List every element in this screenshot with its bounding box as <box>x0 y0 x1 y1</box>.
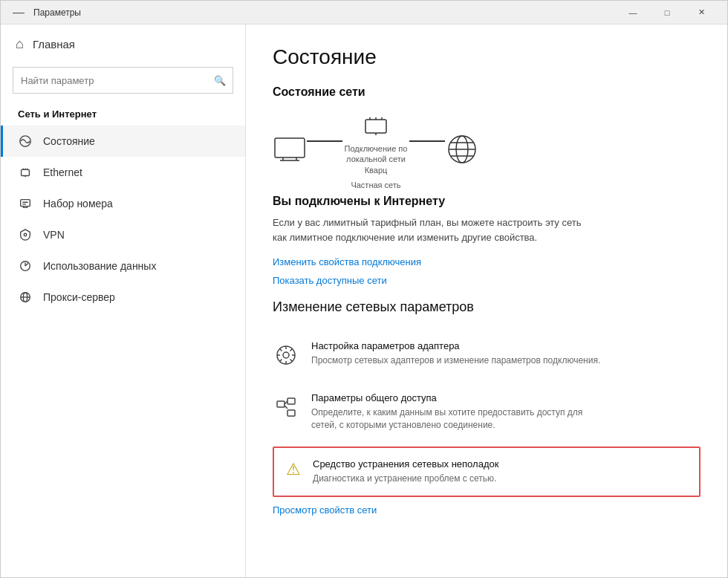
troubleshoot-box[interactable]: ⚠ Средство устранения сетевых неполадок … <box>273 447 701 497</box>
proxy-icon <box>18 290 33 304</box>
title-bar: — Параметры — □ ✕ <box>1 1 727 25</box>
nd-adapter-label: Подключение по локальной сети Кварц <box>342 143 409 175</box>
nd-internet <box>445 132 479 171</box>
sidebar-home[interactable]: ⌂ Главная <box>1 25 245 64</box>
nd-adapter: Подключение по локальной сети Кварц Част… <box>342 112 409 190</box>
vpn-icon <box>18 228 33 241</box>
window-title: Параметры <box>33 7 616 18</box>
network-diagram: Подключение по локальной сети Кварц Част… <box>273 112 701 190</box>
troubleshoot-desc: Диагностика и устранение проблем с сетью… <box>313 473 498 485</box>
sidebar-item-status[interactable]: Состояние <box>1 126 245 157</box>
sidebar-item-vpn-label: VPN <box>43 229 65 241</box>
svg-rect-2 <box>21 200 30 207</box>
connected-desc: Если у вас лимитный тарифный план, вы мо… <box>273 215 585 244</box>
content-area: ⌂ Главная 🔍 Сеть и Интернет Состояние <box>1 25 727 577</box>
search-icon: 🔍 <box>214 75 226 86</box>
nd-line-1 <box>307 140 342 142</box>
sidebar-item-ethernet[interactable]: Ethernet <box>1 157 245 188</box>
main-content: Состояние Состояние сети <box>246 25 727 577</box>
setting-sharing-desc: Определите, к каким данным вы хотите пре… <box>311 406 608 432</box>
sidebar-item-status-label: Состояние <box>43 135 95 147</box>
minimize-button[interactable]: — <box>616 1 650 25</box>
sidebar-item-dialup-label: Набор номера <box>43 198 113 210</box>
sharing-settings-icon <box>273 394 299 420</box>
nd-private-net-label: Частная сеть <box>351 180 400 190</box>
close-button[interactable]: ✕ <box>684 1 718 25</box>
sidebar-item-vpn[interactable]: VPN <box>1 219 245 250</box>
page-title: Состояние <box>273 45 701 69</box>
svg-rect-1 <box>22 169 30 175</box>
setting-adapter[interactable]: Настройка параметров адаптера Просмотр с… <box>273 328 701 380</box>
adapter-settings-icon <box>273 342 299 368</box>
sidebar-item-proxy[interactable]: Прокси-сервер <box>1 282 245 313</box>
link-properties[interactable]: Изменить свойства подключения <box>273 256 701 267</box>
troubleshoot-text: Средство устранения сетевых неполадок Ди… <box>313 458 498 485</box>
svg-rect-13 <box>277 401 285 407</box>
svg-rect-8 <box>365 120 386 133</box>
sidebar-home-label: Главная <box>33 38 75 51</box>
sidebar-item-proxy-label: Прокси-сервер <box>43 291 115 303</box>
status-icon <box>18 134 33 148</box>
ethernet-icon <box>18 166 33 179</box>
sidebar-item-dialup[interactable]: Набор номера <box>1 188 245 219</box>
setting-adapter-text: Настройка параметров адаптера Просмотр с… <box>311 340 600 367</box>
sidebar-item-data-usage[interactable]: Использование данных <box>1 250 245 282</box>
svg-rect-15 <box>287 410 295 416</box>
back-button[interactable]: — <box>10 4 27 22</box>
setting-sharing[interactable]: Параметры общего доступа Определите, к к… <box>273 380 701 444</box>
network-status-title: Состояние сети <box>273 85 701 99</box>
search-input[interactable] <box>13 67 233 94</box>
troubleshoot-title: Средство устранения сетевых неполадок <box>313 458 498 470</box>
maximize-button[interactable]: □ <box>650 1 684 25</box>
svg-rect-14 <box>287 398 295 404</box>
home-icon: ⌂ <box>16 36 24 52</box>
sidebar-section-title: Сеть и Интернет <box>1 103 245 126</box>
link-network-props[interactable]: Просмотр свойств сети <box>273 504 701 516</box>
link-available[interactable]: Показать доступные сети <box>273 275 701 286</box>
sidebar-item-data-usage-label: Использование данных <box>43 260 156 272</box>
svg-point-12 <box>283 352 289 358</box>
setting-adapter-desc: Просмотр сетевых адаптеров и изменение п… <box>311 354 600 367</box>
setting-adapter-title: Настройка параметров адаптера <box>311 340 600 351</box>
settings-window: — Параметры — □ ✕ ⌂ Главная 🔍 Сеть и Инт… <box>0 0 728 578</box>
change-settings-title: Изменение сетевых параметров <box>273 299 701 315</box>
nd-computer <box>273 136 307 167</box>
svg-rect-7 <box>275 138 305 158</box>
sidebar-item-ethernet-label: Ethernet <box>43 166 82 178</box>
data-usage-icon <box>18 259 33 273</box>
setting-sharing-title: Параметры общего доступа <box>311 392 608 403</box>
dialup-icon <box>18 197 33 210</box>
window-controls: — □ ✕ <box>616 1 718 25</box>
nd-line-2 <box>409 140 445 142</box>
svg-point-3 <box>24 233 27 236</box>
troubleshoot-icon: ⚠ <box>286 460 301 479</box>
sidebar-search-container: 🔍 <box>13 67 233 94</box>
setting-sharing-text: Параметры общего доступа Определите, к к… <box>311 392 608 432</box>
sidebar: ⌂ Главная 🔍 Сеть и Интернет Состояние <box>1 25 246 577</box>
connected-title: Вы подключены к Интернету <box>273 195 701 208</box>
